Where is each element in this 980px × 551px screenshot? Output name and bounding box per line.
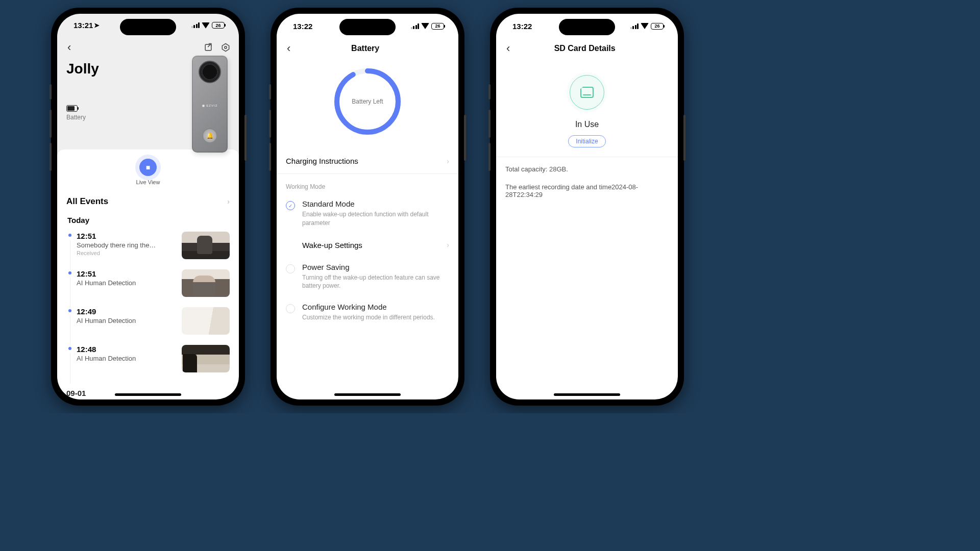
event-item[interactable]: 12:49 AI Human Detection — [57, 304, 239, 342]
event-thumbnail — [182, 345, 230, 372]
wifi-icon — [202, 22, 210, 29]
live-view-button[interactable]: ■ — [139, 159, 157, 176]
radio-checked-icon: ✓ — [286, 201, 295, 210]
location-icon: ➤ — [94, 21, 100, 29]
today-label: Today — [57, 214, 239, 229]
event-item[interactable]: 12:48 AI Human Detection — [57, 342, 239, 380]
back-button[interactable]: ‹ — [285, 40, 292, 57]
battery-status-icon: 26 — [431, 23, 444, 30]
sd-status-label: In Use — [496, 120, 678, 129]
battery-status-icon: 26 — [651, 23, 664, 30]
status-time: 13:22 — [512, 22, 532, 31]
svg-rect-0 — [205, 44, 211, 51]
battery-ring-label: Battery Left — [332, 66, 403, 137]
sd-card-icon — [570, 75, 604, 110]
live-view-card: ■ Live View — [57, 149, 239, 189]
mode-standard[interactable]: ✓ Standard Mode Enable wake-up detection… — [277, 193, 458, 234]
cellular-icon — [411, 23, 420, 29]
battery-ring: Battery Left — [332, 66, 403, 137]
earliest-recording-text: The earliest recording date and time2024… — [496, 175, 678, 201]
home-indicator[interactable] — [334, 393, 401, 396]
cellular-icon — [630, 23, 639, 29]
status-bar: 13:22 26 — [496, 14, 678, 38]
event-item[interactable]: 12:51 AI Human Detection — [57, 266, 239, 304]
cellular-icon — [191, 22, 200, 28]
status-bar: 13:22 26 — [277, 14, 458, 38]
live-view-label: Live View — [57, 179, 239, 185]
chevron-right-icon: › — [227, 197, 230, 206]
event-thumbnail — [182, 269, 230, 297]
back-button[interactable]: ‹ — [65, 39, 73, 56]
device-brand-label: ◼ EZVIZ — [202, 104, 218, 107]
nav-bar: ‹ SD Card Details — [496, 38, 678, 59]
nav-bar: ‹ — [57, 37, 239, 58]
capacity-text: Total capacity: 28GB. — [496, 157, 678, 175]
event-thumbnail — [182, 232, 230, 259]
all-events-row[interactable]: All Events › — [57, 189, 239, 214]
phone-jolly-overview: 13:21 ➤ 26 ‹ Jolly Battery — [51, 8, 245, 406]
home-indicator[interactable] — [115, 393, 181, 396]
date-footer: 09-01 — [57, 380, 239, 399]
battery-icon — [66, 105, 78, 112]
nav-title: SD Card Details — [512, 44, 657, 53]
chevron-right-icon: › — [447, 241, 449, 249]
mode-configure[interactable]: Configure Working Mode Customize the wor… — [277, 296, 458, 328]
chevron-right-icon: › — [447, 157, 449, 165]
radio-unchecked-icon — [286, 304, 295, 313]
back-button[interactable]: ‹ — [504, 40, 512, 57]
wifi-icon — [421, 23, 429, 29]
status-bar: 13:21 ➤ 26 — [57, 14, 239, 37]
home-indicator[interactable] — [554, 393, 620, 396]
event-thumbnail — [182, 307, 230, 335]
device-image: ◼ EZVIZ 🔔 — [192, 56, 228, 153]
share-icon[interactable] — [203, 42, 213, 53]
radio-unchecked-icon — [286, 264, 295, 273]
device-hero: Jolly Battery ◼ EZVIZ 🔔 — [57, 58, 239, 149]
nav-title: Battery — [292, 44, 438, 53]
settings-icon[interactable] — [220, 42, 231, 53]
initialize-button[interactable]: Initialize — [568, 135, 605, 147]
nav-bar: ‹ Battery — [277, 38, 458, 59]
svg-point-2 — [225, 46, 227, 48]
phone-sd-card-details: 13:22 26 ‹ SD Card Details In Use Initia… — [490, 8, 684, 406]
working-mode-section-label: Working Mode — [277, 174, 458, 193]
sd-card-hero: In Use Initialize — [496, 59, 678, 157]
event-item[interactable]: 12:51 Somebody there ring the… Received — [57, 229, 239, 266]
wifi-icon — [641, 23, 649, 29]
charging-instructions-row[interactable]: Charging Instructions › — [277, 148, 458, 174]
phone-battery-settings: 13:22 26 ‹ Battery Battery Left Charging… — [271, 8, 464, 406]
svg-marker-1 — [222, 43, 229, 51]
status-time: 13:21 — [74, 21, 93, 30]
wakeup-settings-row[interactable]: Wake-up Settings › — [277, 234, 458, 257]
battery-status-icon: 26 — [212, 22, 225, 29]
status-time: 13:22 — [293, 22, 312, 31]
mode-power-saving[interactable]: Power Saving Turning off the wake-up det… — [277, 257, 458, 297]
